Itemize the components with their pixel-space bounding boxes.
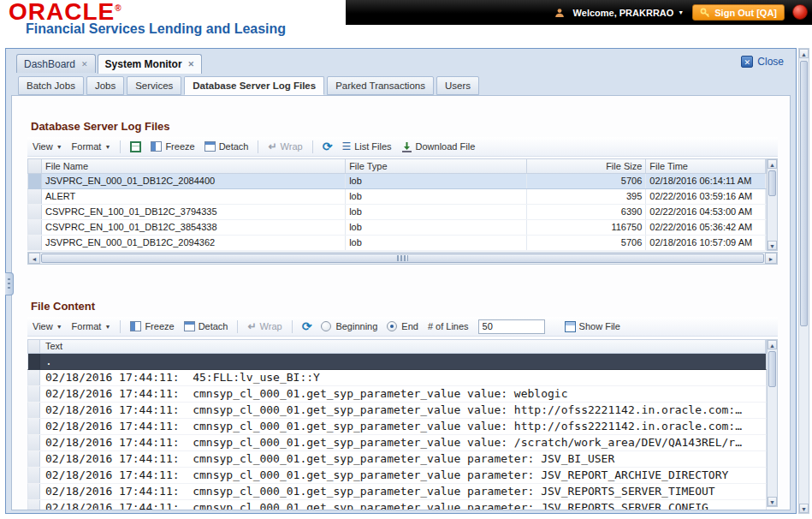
power-icon[interactable] bbox=[792, 4, 808, 20]
app-subtitle: Financial Services Lending and Leasing bbox=[26, 21, 286, 37]
freeze-button[interactable]: Freeze bbox=[151, 141, 194, 152]
subtab-parked-transactions[interactable]: Parked Transactions bbox=[327, 76, 434, 95]
log-line-row[interactable]: 02/18/2016 17:44:11: cmnsyp_cl_000_01.ge… bbox=[27, 500, 767, 510]
column-header-file-name[interactable]: File Name bbox=[42, 159, 346, 173]
row-header[interactable] bbox=[28, 484, 40, 499]
table-row[interactable]: JSVPRC_EN_000_01_DB12C_2094362 lob 5706 … bbox=[27, 236, 767, 251]
scroll-down-button[interactable]: ▼ bbox=[768, 497, 777, 506]
row-header[interactable] bbox=[28, 468, 40, 483]
subtab-label: Services bbox=[135, 81, 173, 91]
table-row[interactable]: ALERT lob 395 02/22/2016 03:59:16 AM bbox=[27, 189, 767, 205]
scroll-thumb[interactable] bbox=[768, 170, 776, 196]
scroll-thumb[interactable] bbox=[768, 351, 776, 387]
scroll-down-button[interactable]: ▼ bbox=[768, 241, 777, 250]
log-line-row[interactable]: 02/18/2016 17:44:11: cmnsyp_cl_000_01.ge… bbox=[27, 403, 767, 419]
freeze-icon bbox=[130, 321, 141, 331]
row-header[interactable] bbox=[28, 403, 40, 418]
row-header[interactable] bbox=[28, 189, 42, 204]
scroll-left-button[interactable]: ◄ bbox=[28, 253, 40, 264]
scroll-thumb[interactable] bbox=[41, 254, 764, 263]
wrap-button[interactable]: ↵ Wrap bbox=[247, 320, 282, 332]
tab-dashboard[interactable]: DashBoard ✕ bbox=[16, 54, 96, 73]
table-row[interactable]: CSVPRC_EN_100_01_DB12C_3854338 lob 11675… bbox=[27, 220, 767, 236]
show-file-button[interactable]: Show File bbox=[565, 321, 620, 332]
log-files-v-scrollbar[interactable]: ▲ ▼ bbox=[767, 158, 778, 251]
row-header[interactable] bbox=[28, 354, 40, 369]
scroll-up-button[interactable]: ▲ bbox=[768, 340, 777, 349]
tab-close-icon[interactable]: ✕ bbox=[81, 60, 88, 69]
file-content-section-title: File Content bbox=[31, 300, 95, 313]
thumb-grip-icon bbox=[397, 255, 408, 261]
column-header-file-type[interactable]: File Type bbox=[346, 159, 527, 173]
row-header[interactable] bbox=[28, 236, 42, 250]
subtab-users[interactable]: Users bbox=[436, 76, 479, 95]
file-content-v-scrollbar[interactable]: ▲ ▼ bbox=[767, 339, 778, 507]
export-button[interactable] bbox=[130, 141, 141, 152]
detach-label: Detach bbox=[199, 321, 228, 331]
column-header-file-size[interactable]: File Size bbox=[527, 159, 647, 173]
row-header[interactable] bbox=[28, 500, 40, 510]
cell-file-size: 395 bbox=[527, 189, 647, 204]
page-v-scrollbar[interactable]: ▲ ▼ bbox=[798, 48, 809, 514]
cell-file-type: lob bbox=[346, 205, 527, 219]
format-menu[interactable]: Format ▼ bbox=[72, 321, 111, 331]
beginning-radio-label: Beginning bbox=[335, 321, 377, 331]
row-header[interactable] bbox=[28, 451, 40, 467]
wrap-button[interactable]: ↵ Wrap bbox=[268, 140, 302, 152]
num-lines-input[interactable] bbox=[478, 319, 545, 334]
log-line-row[interactable]: . bbox=[27, 354, 767, 370]
detach-button[interactable]: Detach bbox=[204, 141, 249, 152]
row-header[interactable] bbox=[28, 174, 42, 188]
tab-system-monitor[interactable]: System Monitor ✕ bbox=[98, 54, 203, 74]
table-row[interactable]: CSVPRC_EN_100_01_DB12C_3794335 lob 6390 … bbox=[27, 205, 767, 220]
sign-out-button[interactable]: Sign Out [QA] bbox=[692, 4, 785, 21]
row-header[interactable] bbox=[28, 205, 42, 219]
row-header[interactable] bbox=[28, 435, 40, 450]
user-menu[interactable]: Welcome, PRAKRRAO ▼ bbox=[573, 8, 685, 18]
scroll-right-button[interactable]: ► bbox=[765, 253, 777, 264]
close-button[interactable]: ✕ Close bbox=[741, 56, 784, 68]
scroll-down-button[interactable]: ▼ bbox=[799, 504, 809, 513]
cell-file-name: JSVPRC_EN_000_01_DB12C_2094362 bbox=[42, 236, 346, 250]
end-radio[interactable] bbox=[387, 321, 397, 331]
log-line-row[interactable]: 02/18/2016 17:44:11: cmnsyp_cl_000_01.ge… bbox=[27, 468, 767, 484]
list-files-button[interactable]: ☰ List Files bbox=[341, 141, 391, 152]
column-header-text[interactable]: Text bbox=[40, 340, 766, 353]
log-line-row[interactable]: 02/18/2016 17:44:11: cmnsyp_cl_000_01.ge… bbox=[27, 451, 767, 468]
freeze-button[interactable]: Freeze bbox=[130, 321, 174, 331]
log-line-row[interactable]: 02/18/2016 17:44:11: cmnsyp_cl_000_01.ge… bbox=[27, 419, 767, 435]
sidebar-collapse-handle[interactable] bbox=[5, 272, 14, 295]
refresh-button[interactable]: ⟳ bbox=[302, 321, 312, 332]
subtab-services[interactable]: Services bbox=[127, 76, 181, 95]
scroll-thumb[interactable] bbox=[800, 61, 808, 326]
log-files-h-scrollbar[interactable]: ◄ ► bbox=[27, 252, 778, 265]
log-line: 02/18/2016 17:44:11: cmnsyp_cl_000_01.ge… bbox=[40, 403, 766, 418]
view-menu[interactable]: View ▼ bbox=[33, 321, 62, 331]
log-line-row[interactable]: 02/18/2016 17:44:11: cmnsyp_cl_000_01.ge… bbox=[27, 484, 767, 500]
chevron-down-icon: ▼ bbox=[56, 144, 62, 150]
row-header[interactable] bbox=[28, 370, 40, 385]
table-row[interactable]: JSVPRC_EN_000_01_DB12C_2084400 lob 5706 … bbox=[27, 174, 767, 189]
column-header-file-time[interactable]: File Time bbox=[646, 159, 766, 173]
beginning-radio[interactable] bbox=[321, 321, 331, 331]
row-header[interactable] bbox=[28, 220, 42, 235]
scroll-up-button[interactable]: ▲ bbox=[768, 159, 777, 169]
subtab-batch-jobs[interactable]: Batch Jobs bbox=[18, 76, 84, 95]
subtab-label: Jobs bbox=[95, 81, 116, 91]
log-line-row[interactable]: 02/18/2016 17:44:11: cmnsyp_cl_000_01.ge… bbox=[27, 386, 767, 403]
log-line-row[interactable]: 02/18/2016 17:44:11: cmnsyp_cl_000_01.ge… bbox=[27, 435, 767, 451]
scroll-up-button[interactable]: ▲ bbox=[799, 49, 809, 58]
format-menu[interactable]: Format ▼ bbox=[72, 141, 111, 152]
detach-button[interactable]: Detach bbox=[184, 321, 228, 331]
row-header[interactable] bbox=[28, 419, 40, 434]
subtab-jobs[interactable]: Jobs bbox=[86, 76, 124, 95]
row-header[interactable] bbox=[28, 386, 40, 402]
subtab-database-server-log-files[interactable]: Database Server Log Files bbox=[184, 76, 324, 95]
key-icon bbox=[700, 8, 710, 18]
download-file-button[interactable]: Download File bbox=[401, 141, 476, 152]
detach-icon bbox=[204, 141, 216, 152]
log-line-row[interactable]: 02/18/2016 17:44:11: 45:FLL:lv_use_BI::Y bbox=[27, 370, 767, 386]
tab-close-icon[interactable]: ✕ bbox=[188, 60, 195, 69]
view-menu[interactable]: View ▼ bbox=[33, 141, 62, 152]
refresh-button[interactable]: ⟳ bbox=[323, 141, 333, 152]
